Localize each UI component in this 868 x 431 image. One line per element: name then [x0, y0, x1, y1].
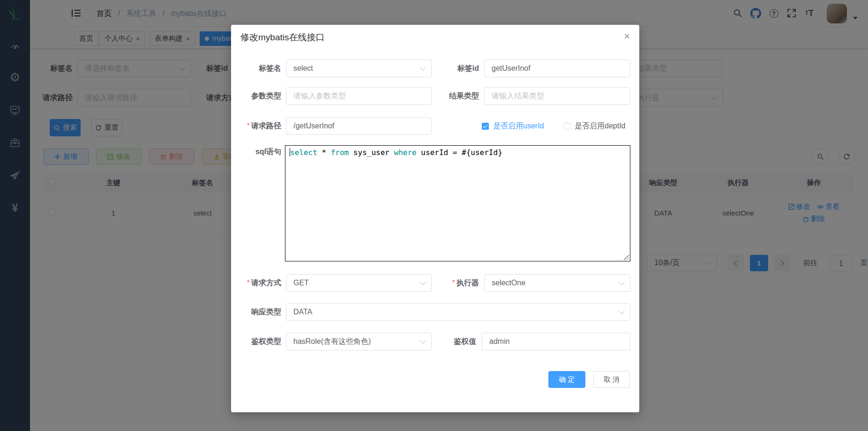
- sql-label: sql语句: [231, 143, 281, 161]
- chevron-down-icon: [619, 279, 625, 285]
- param-type-label: 参数类型: [231, 87, 281, 105]
- checkbox-checked-icon: [482, 123, 489, 130]
- tag-name-select[interactable]: select: [286, 59, 432, 77]
- confirm-button[interactable]: 确 定: [548, 371, 585, 388]
- auth-value-input[interactable]: [489, 333, 623, 350]
- request-path-label: *请求路径: [231, 117, 281, 135]
- auth-value-field[interactable]: [482, 333, 630, 350]
- tag-id-field[interactable]: [484, 59, 630, 77]
- result-type-field[interactable]: [484, 87, 630, 105]
- select-value: hasRole(含有这些角色): [293, 337, 371, 345]
- checkbox-label: 是否启用deptId: [575, 121, 625, 131]
- select-value: select: [293, 64, 313, 72]
- select-value: GET: [293, 279, 309, 287]
- sql-keyword: from: [331, 148, 349, 157]
- request-method-label: *请求方式: [231, 274, 281, 292]
- auth-type-label: 鉴权类型: [231, 333, 281, 350]
- edit-dialog: 修改mybatis在线接口 × 标签名 select 标签id 参数类型 结果类…: [231, 25, 639, 412]
- request-path-field[interactable]: [286, 117, 432, 135]
- chevron-down-icon: [619, 308, 625, 314]
- tag-id-input[interactable]: [492, 60, 623, 77]
- chevron-down-icon: [420, 279, 426, 285]
- sql-keyword: select: [290, 148, 317, 157]
- chevron-down-icon: [420, 338, 426, 344]
- auth-value-label: 鉴权值: [428, 333, 476, 350]
- checkbox-label: 是否启用userId: [493, 121, 544, 131]
- sql-keyword: where: [394, 148, 417, 157]
- required-marker: *: [247, 279, 250, 287]
- param-type-field[interactable]: [286, 87, 432, 105]
- tag-id-label: 标签id: [428, 59, 479, 77]
- select-value: DATA: [293, 308, 312, 316]
- tag-name-label: 标签名: [231, 59, 281, 77]
- enable-deptid-checkbox[interactable]: 是否启用deptId: [563, 117, 625, 135]
- result-type-input[interactable]: [492, 88, 623, 104]
- dialog-title: 修改mybatis在线接口: [240, 31, 324, 44]
- auth-type-select[interactable]: hasRole(含有这些角色): [286, 333, 432, 350]
- cancel-button[interactable]: 取 消: [593, 371, 630, 388]
- close-icon[interactable]: ×: [624, 30, 630, 43]
- response-type-label: 响应类型: [231, 303, 281, 321]
- resize-handle[interactable]: [623, 254, 629, 260]
- result-type-label: 结果类型: [428, 87, 479, 105]
- select-value: selectOne: [492, 279, 525, 287]
- sql-code-editor[interactable]: select * from sys_user where userId = #{…: [285, 145, 630, 261]
- required-marker: *: [452, 279, 455, 287]
- checkbox-unchecked-icon: [563, 123, 570, 130]
- required-marker: *: [247, 122, 250, 130]
- param-type-input[interactable]: [293, 88, 424, 104]
- request-path-input[interactable]: [293, 118, 424, 134]
- executor-select[interactable]: selectOne: [484, 274, 630, 292]
- executor-label: *执行器: [428, 274, 479, 292]
- chevron-down-icon: [420, 65, 426, 71]
- enable-userid-checkbox[interactable]: 是否启用userId: [482, 117, 544, 135]
- response-type-select[interactable]: DATA: [286, 303, 630, 321]
- request-method-select[interactable]: GET: [286, 274, 432, 292]
